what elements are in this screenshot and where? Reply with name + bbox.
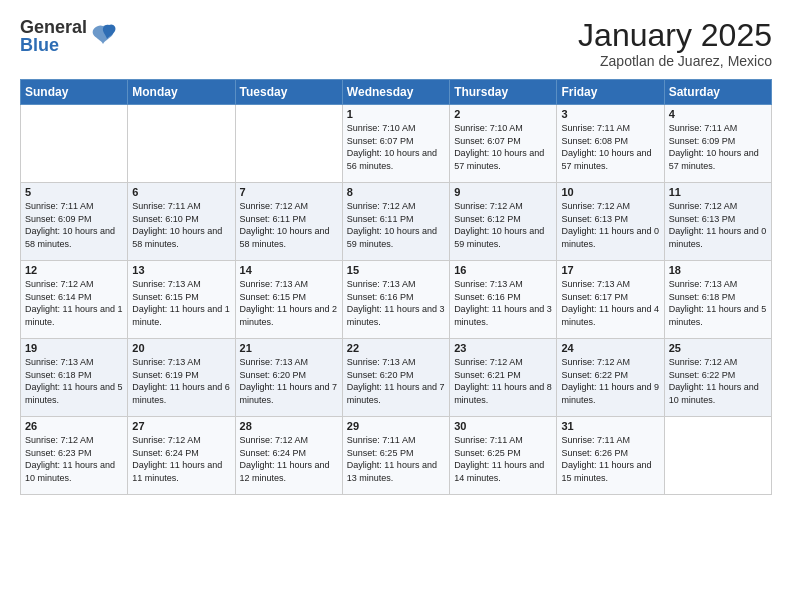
calendar: SundayMondayTuesdayWednesdayThursdayFrid…	[20, 79, 772, 495]
calendar-cell: 7Sunrise: 7:12 AM Sunset: 6:11 PM Daylig…	[235, 183, 342, 261]
day-info: Sunrise: 7:12 AM Sunset: 6:23 PM Dayligh…	[25, 434, 123, 484]
day-info: Sunrise: 7:12 AM Sunset: 6:11 PM Dayligh…	[240, 200, 338, 250]
day-info: Sunrise: 7:11 AM Sunset: 6:26 PM Dayligh…	[561, 434, 659, 484]
day-number: 30	[454, 420, 552, 432]
day-info: Sunrise: 7:13 AM Sunset: 6:18 PM Dayligh…	[25, 356, 123, 406]
day-number: 26	[25, 420, 123, 432]
day-number: 11	[669, 186, 767, 198]
day-number: 4	[669, 108, 767, 120]
day-info: Sunrise: 7:11 AM Sunset: 6:10 PM Dayligh…	[132, 200, 230, 250]
day-header-wednesday: Wednesday	[342, 80, 449, 105]
header: General Blue January 2025 Zapotlan de Ju…	[20, 18, 772, 69]
day-info: Sunrise: 7:13 AM Sunset: 6:19 PM Dayligh…	[132, 356, 230, 406]
calendar-cell: 28Sunrise: 7:12 AM Sunset: 6:24 PM Dayli…	[235, 417, 342, 495]
day-info: Sunrise: 7:12 AM Sunset: 6:14 PM Dayligh…	[25, 278, 123, 328]
day-info: Sunrise: 7:12 AM Sunset: 6:12 PM Dayligh…	[454, 200, 552, 250]
day-info: Sunrise: 7:11 AM Sunset: 6:09 PM Dayligh…	[669, 122, 767, 172]
day-info: Sunrise: 7:13 AM Sunset: 6:16 PM Dayligh…	[347, 278, 445, 328]
day-number: 3	[561, 108, 659, 120]
day-number: 16	[454, 264, 552, 276]
calendar-cell: 4Sunrise: 7:11 AM Sunset: 6:09 PM Daylig…	[664, 105, 771, 183]
calendar-cell: 10Sunrise: 7:12 AM Sunset: 6:13 PM Dayli…	[557, 183, 664, 261]
day-number: 13	[132, 264, 230, 276]
header-row: SundayMondayTuesdayWednesdayThursdayFrid…	[21, 80, 772, 105]
calendar-cell: 31Sunrise: 7:11 AM Sunset: 6:26 PM Dayli…	[557, 417, 664, 495]
day-info: Sunrise: 7:11 AM Sunset: 6:09 PM Dayligh…	[25, 200, 123, 250]
day-info: Sunrise: 7:12 AM Sunset: 6:13 PM Dayligh…	[669, 200, 767, 250]
day-info: Sunrise: 7:12 AM Sunset: 6:24 PM Dayligh…	[132, 434, 230, 484]
day-number: 17	[561, 264, 659, 276]
day-header-saturday: Saturday	[664, 80, 771, 105]
calendar-cell: 13Sunrise: 7:13 AM Sunset: 6:15 PM Dayli…	[128, 261, 235, 339]
calendar-cell: 2Sunrise: 7:10 AM Sunset: 6:07 PM Daylig…	[450, 105, 557, 183]
day-info: Sunrise: 7:11 AM Sunset: 6:08 PM Dayligh…	[561, 122, 659, 172]
day-info: Sunrise: 7:13 AM Sunset: 6:20 PM Dayligh…	[347, 356, 445, 406]
page: General Blue January 2025 Zapotlan de Ju…	[0, 0, 792, 612]
title-area: January 2025 Zapotlan de Juarez, Mexico	[578, 18, 772, 69]
day-info: Sunrise: 7:11 AM Sunset: 6:25 PM Dayligh…	[454, 434, 552, 484]
day-number: 28	[240, 420, 338, 432]
day-info: Sunrise: 7:13 AM Sunset: 6:15 PM Dayligh…	[240, 278, 338, 328]
day-header-friday: Friday	[557, 80, 664, 105]
calendar-cell: 6Sunrise: 7:11 AM Sunset: 6:10 PM Daylig…	[128, 183, 235, 261]
day-info: Sunrise: 7:13 AM Sunset: 6:16 PM Dayligh…	[454, 278, 552, 328]
calendar-cell: 1Sunrise: 7:10 AM Sunset: 6:07 PM Daylig…	[342, 105, 449, 183]
calendar-cell: 26Sunrise: 7:12 AM Sunset: 6:23 PM Dayli…	[21, 417, 128, 495]
calendar-cell: 25Sunrise: 7:12 AM Sunset: 6:22 PM Dayli…	[664, 339, 771, 417]
calendar-cell: 22Sunrise: 7:13 AM Sunset: 6:20 PM Dayli…	[342, 339, 449, 417]
day-number: 7	[240, 186, 338, 198]
day-header-tuesday: Tuesday	[235, 80, 342, 105]
calendar-cell: 12Sunrise: 7:12 AM Sunset: 6:14 PM Dayli…	[21, 261, 128, 339]
calendar-cell: 16Sunrise: 7:13 AM Sunset: 6:16 PM Dayli…	[450, 261, 557, 339]
day-number: 6	[132, 186, 230, 198]
calendar-cell: 15Sunrise: 7:13 AM Sunset: 6:16 PM Dayli…	[342, 261, 449, 339]
calendar-cell	[664, 417, 771, 495]
day-info: Sunrise: 7:10 AM Sunset: 6:07 PM Dayligh…	[454, 122, 552, 172]
subtitle: Zapotlan de Juarez, Mexico	[578, 53, 772, 69]
day-number: 2	[454, 108, 552, 120]
day-number: 23	[454, 342, 552, 354]
day-number: 22	[347, 342, 445, 354]
day-header-sunday: Sunday	[21, 80, 128, 105]
calendar-cell	[235, 105, 342, 183]
logo-bird-icon	[89, 22, 117, 50]
day-info: Sunrise: 7:12 AM Sunset: 6:11 PM Dayligh…	[347, 200, 445, 250]
calendar-cell: 11Sunrise: 7:12 AM Sunset: 6:13 PM Dayli…	[664, 183, 771, 261]
day-number: 27	[132, 420, 230, 432]
calendar-header: SundayMondayTuesdayWednesdayThursdayFrid…	[21, 80, 772, 105]
day-number: 9	[454, 186, 552, 198]
calendar-cell: 24Sunrise: 7:12 AM Sunset: 6:22 PM Dayli…	[557, 339, 664, 417]
day-info: Sunrise: 7:13 AM Sunset: 6:17 PM Dayligh…	[561, 278, 659, 328]
logo-blue: Blue	[20, 36, 87, 54]
calendar-cell: 21Sunrise: 7:13 AM Sunset: 6:20 PM Dayli…	[235, 339, 342, 417]
day-number: 8	[347, 186, 445, 198]
day-number: 12	[25, 264, 123, 276]
day-info: Sunrise: 7:12 AM Sunset: 6:24 PM Dayligh…	[240, 434, 338, 484]
week-row: 1Sunrise: 7:10 AM Sunset: 6:07 PM Daylig…	[21, 105, 772, 183]
day-info: Sunrise: 7:12 AM Sunset: 6:21 PM Dayligh…	[454, 356, 552, 406]
day-number: 29	[347, 420, 445, 432]
day-number: 15	[347, 264, 445, 276]
calendar-cell: 19Sunrise: 7:13 AM Sunset: 6:18 PM Dayli…	[21, 339, 128, 417]
day-number: 20	[132, 342, 230, 354]
day-info: Sunrise: 7:12 AM Sunset: 6:22 PM Dayligh…	[561, 356, 659, 406]
calendar-cell: 3Sunrise: 7:11 AM Sunset: 6:08 PM Daylig…	[557, 105, 664, 183]
week-row: 5Sunrise: 7:11 AM Sunset: 6:09 PM Daylig…	[21, 183, 772, 261]
week-row: 12Sunrise: 7:12 AM Sunset: 6:14 PM Dayli…	[21, 261, 772, 339]
day-info: Sunrise: 7:11 AM Sunset: 6:25 PM Dayligh…	[347, 434, 445, 484]
calendar-cell: 20Sunrise: 7:13 AM Sunset: 6:19 PM Dayli…	[128, 339, 235, 417]
day-header-monday: Monday	[128, 80, 235, 105]
calendar-cell: 27Sunrise: 7:12 AM Sunset: 6:24 PM Dayli…	[128, 417, 235, 495]
calendar-cell: 23Sunrise: 7:12 AM Sunset: 6:21 PM Dayli…	[450, 339, 557, 417]
logo-text: General Blue	[20, 18, 87, 54]
day-info: Sunrise: 7:13 AM Sunset: 6:20 PM Dayligh…	[240, 356, 338, 406]
calendar-cell	[21, 105, 128, 183]
day-info: Sunrise: 7:12 AM Sunset: 6:13 PM Dayligh…	[561, 200, 659, 250]
day-number: 10	[561, 186, 659, 198]
calendar-cell: 5Sunrise: 7:11 AM Sunset: 6:09 PM Daylig…	[21, 183, 128, 261]
week-row: 26Sunrise: 7:12 AM Sunset: 6:23 PM Dayli…	[21, 417, 772, 495]
day-info: Sunrise: 7:13 AM Sunset: 6:15 PM Dayligh…	[132, 278, 230, 328]
calendar-cell: 18Sunrise: 7:13 AM Sunset: 6:18 PM Dayli…	[664, 261, 771, 339]
day-number: 18	[669, 264, 767, 276]
day-number: 25	[669, 342, 767, 354]
